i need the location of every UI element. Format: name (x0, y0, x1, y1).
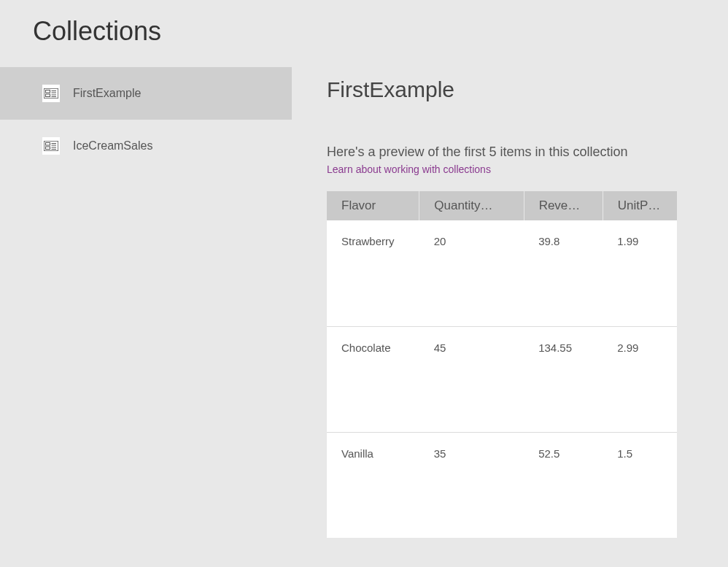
main-layout: FirstExample IceCreamSales FirstExample … (0, 67, 728, 538)
table-row[interactable]: Chocolate 45 134.55 2.99 (327, 326, 677, 432)
cell-unitprice: 1.99 (603, 220, 677, 326)
svg-rect-9 (46, 147, 50, 150)
cell-revenue: 134.55 (524, 326, 603, 432)
cell-quantity: 20 (419, 220, 524, 326)
collection-icon (42, 85, 60, 102)
cell-flavor: Chocolate (327, 326, 419, 432)
page-title: Collections (0, 0, 728, 67)
content-title: FirstExample (327, 77, 699, 102)
cell-unitprice: 1.5 (603, 432, 677, 538)
table-row[interactable]: Strawberry 20 39.8 1.99 (327, 220, 677, 326)
svg-rect-8 (46, 143, 50, 146)
svg-rect-1 (46, 90, 50, 93)
column-header-revenue[interactable]: Reve… (524, 191, 603, 220)
collection-icon (42, 137, 60, 155)
table-row[interactable]: Vanilla 35 52.5 1.5 (327, 432, 677, 538)
cell-unitprice: 2.99 (603, 326, 677, 432)
learn-collections-link[interactable]: Learn about working with collections (327, 163, 491, 175)
column-header-unitprice[interactable]: UnitP… (603, 191, 677, 220)
sidebar-item-icecreamsales[interactable]: IceCreamSales (0, 120, 292, 172)
cell-flavor: Vanilla (327, 432, 419, 538)
column-header-flavor[interactable]: Flavor (327, 191, 419, 220)
sidebar-item-label: FirstExample (73, 87, 141, 100)
cell-quantity: 45 (419, 326, 524, 432)
preview-description: Here's a preview of the first 5 items in… (327, 144, 699, 160)
svg-rect-2 (46, 94, 50, 97)
column-header-quantity[interactable]: Quantity… (419, 191, 524, 220)
cell-revenue: 52.5 (524, 432, 603, 538)
cell-flavor: Strawberry (327, 220, 419, 326)
cell-quantity: 35 (419, 432, 524, 538)
content-panel: FirstExample Here's a preview of the fir… (292, 67, 728, 538)
cell-revenue: 39.8 (524, 220, 603, 326)
table-header-row: Flavor Quantity… Reve… UnitP… (327, 191, 677, 220)
sidebar-item-label: IceCreamSales (73, 139, 152, 153)
sidebar: FirstExample IceCreamSales (0, 67, 292, 538)
sidebar-item-firstexample[interactable]: FirstExample (0, 67, 292, 120)
collection-preview-table: Flavor Quantity… Reve… UnitP… Strawberry… (327, 191, 677, 538)
